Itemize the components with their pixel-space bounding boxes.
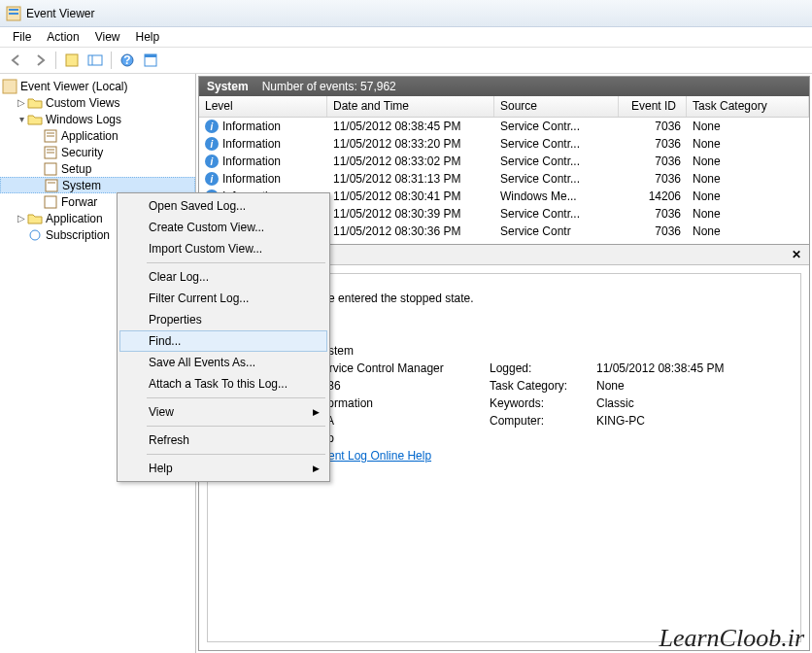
folder-icon [27, 211, 43, 226]
col-level[interactable]: Level [199, 96, 327, 117]
val-opcode: Info [315, 431, 490, 445]
panel-title: System [207, 80, 249, 93]
svg-rect-9 [145, 54, 156, 57]
log-icon [43, 128, 58, 144]
separator [147, 426, 325, 427]
svg-rect-17 [45, 163, 56, 175]
toolbar-btn-3[interactable] [140, 50, 161, 71]
separator [55, 52, 56, 69]
tree-security[interactable]: Security [0, 144, 195, 160]
table-row[interactable]: iInformation11/05/2012 08:38:45 PMServic… [199, 118, 809, 135]
ctx-help[interactable]: Help▶ [119, 458, 327, 479]
tree-label: Security [61, 146, 103, 159]
close-icon[interactable]: ✕ [792, 248, 801, 261]
tree-setup[interactable]: Setup [0, 160, 195, 177]
ctx-properties[interactable]: Properties [119, 309, 327, 330]
tree-label: Application [46, 212, 103, 225]
collapse-icon[interactable]: ▾ [16, 114, 27, 124]
tree-label: Event Viewer (Local) [20, 80, 128, 93]
tree-label: Subscription [46, 228, 110, 242]
ctx-attach-task[interactable]: Attach a Task To this Log... [119, 373, 327, 395]
chevron-right-icon: ▶ [313, 464, 320, 473]
col-source[interactable]: Source [494, 96, 619, 117]
separator [111, 52, 112, 69]
forward-button[interactable] [29, 50, 51, 71]
lab-computer: Computer: [490, 414, 596, 428]
info-icon: i [205, 172, 219, 186]
svg-rect-3 [66, 54, 78, 66]
svg-rect-20 [45, 196, 56, 208]
toolbar-btn-2[interactable] [85, 50, 106, 71]
folder-icon [27, 112, 43, 127]
val-level: Information [315, 396, 490, 410]
val-keywords: Classic [596, 396, 771, 410]
menu-view[interactable]: View [88, 28, 127, 46]
tree-system[interactable]: System [0, 177, 195, 193]
separator [147, 454, 325, 455]
info-icon: i [205, 155, 219, 168]
val-source: Service Control Manager [315, 361, 490, 375]
grid-header: Level Date and Time Source Event ID Task… [199, 96, 809, 118]
svg-point-21 [30, 230, 40, 240]
tree-application[interactable]: Application [0, 127, 195, 144]
ctx-filter-current-log[interactable]: Filter Current Log... [119, 288, 327, 309]
count-value: 57,962 [360, 80, 396, 93]
ctx-import-custom-view[interactable]: Import Custom View... [119, 238, 327, 259]
svg-rect-18 [46, 180, 57, 191]
ctx-clear-log[interactable]: Clear Log... [119, 266, 327, 288]
separator [147, 397, 325, 398]
count-label: Number of events: [262, 80, 357, 93]
log-icon [43, 145, 58, 160]
expand-icon[interactable]: ▷ [16, 97, 27, 108]
table-row[interactable]: iInformation11/05/2012 08:33:02 PMServic… [199, 153, 809, 170]
menu-help[interactable]: Help [129, 28, 167, 46]
context-menu: Open Saved Log... Create Custom View... … [117, 192, 330, 482]
val-taskcat: None [596, 379, 771, 393]
col-task[interactable]: Task Category [687, 96, 809, 117]
window-title: Event Viewer [26, 7, 94, 20]
table-row[interactable]: iInformation11/05/2012 08:31:13 PMServic… [199, 170, 809, 188]
log-icon [43, 194, 58, 210]
help-button[interactable]: ? [117, 50, 138, 71]
ctx-view[interactable]: View▶ [119, 401, 327, 423]
ctx-find[interactable]: Find... [119, 330, 327, 352]
watermark: LearnCloob.ir [659, 624, 804, 653]
col-date[interactable]: Date and Time [327, 96, 494, 117]
svg-rect-10 [3, 80, 17, 93]
info-icon: i [205, 137, 219, 151]
tree-custom-views[interactable]: ▷ Custom Views [0, 94, 195, 111]
menubar: File Action View Help [0, 27, 812, 47]
ctx-create-custom-view[interactable]: Create Custom View... [119, 217, 327, 238]
tree-label: Forwar [61, 195, 97, 209]
tree-windows-logs[interactable]: ▾ Windows Logs [0, 111, 195, 127]
tree-label: System [62, 179, 101, 192]
table-row[interactable]: iInformation11/05/2012 08:33:20 PMServic… [199, 135, 809, 153]
ctx-save-all-events[interactable]: Save All Events As... [119, 352, 327, 373]
separator [147, 262, 325, 263]
svg-rect-2 [9, 13, 18, 15]
more-info-link[interactable]: Event Log Online Help [315, 449, 490, 476]
val-logged: 11/05/2012 08:38:45 PM [596, 361, 771, 375]
back-button[interactable] [6, 50, 27, 71]
tree-root[interactable]: Event Viewer (Local) [0, 78, 195, 94]
tree-label: Custom Views [46, 96, 119, 110]
toolbar-btn-1[interactable] [61, 50, 83, 71]
menu-action[interactable]: Action [40, 28, 85, 46]
ctx-refresh[interactable]: Refresh [119, 430, 327, 451]
tree-label: Application [61, 129, 118, 143]
titlebar: Event Viewer [0, 0, 812, 27]
menu-file[interactable]: File [6, 28, 38, 46]
col-id[interactable]: Event ID [619, 96, 687, 117]
tree-label: Windows Logs [46, 113, 121, 126]
toolbar: ? [0, 47, 812, 74]
app-icon [6, 6, 21, 21]
val-computer: KING-PC [596, 414, 771, 428]
subscription-icon [27, 227, 43, 243]
lab-taskcat: Task Category: [490, 379, 596, 393]
expand-icon[interactable]: ▷ [16, 213, 27, 223]
tree-label: Setup [61, 162, 91, 176]
folder-icon [27, 95, 43, 111]
svg-rect-1 [9, 9, 18, 11]
val-logname: System [315, 344, 490, 358]
ctx-open-saved-log[interactable]: Open Saved Log... [119, 195, 327, 217]
